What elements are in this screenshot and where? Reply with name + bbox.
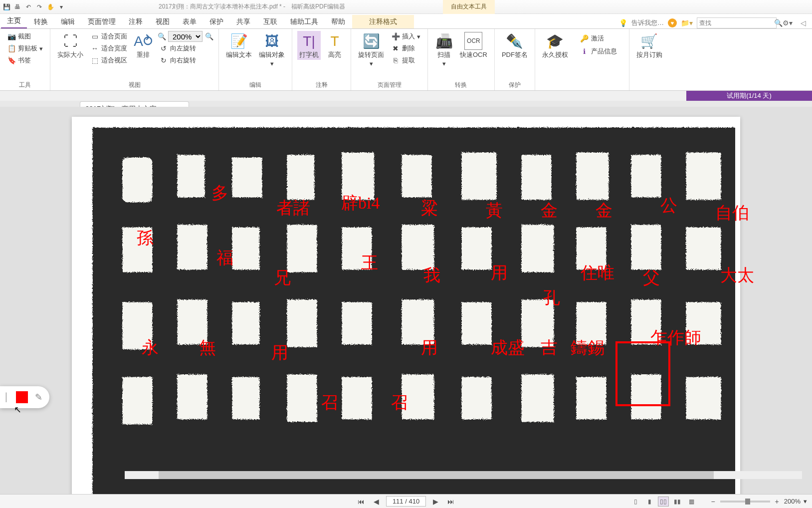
- color-swatch-red[interactable]: [16, 391, 28, 403]
- annotation-text[interactable]: 王: [361, 252, 378, 274]
- pdf-sign-button[interactable]: ✒️PDF签名: [500, 31, 530, 60]
- horizontal-scrollbar[interactable]: [125, 471, 802, 479]
- fit-visible-button[interactable]: ⬚适合视区: [88, 55, 129, 66]
- zoom-out-button[interactable]: −: [709, 498, 717, 506]
- annotation-text[interactable]: 者諸: [276, 197, 310, 220]
- gear-icon[interactable]: ⚙▾: [781, 19, 795, 27]
- annotation-text[interactable]: 黃: [486, 199, 503, 222]
- annotation-text[interactable]: 用: [491, 261, 508, 284]
- annotation-text[interactable]: 公: [660, 194, 677, 217]
- nav-prev-icon[interactable]: ◁: [799, 19, 808, 27]
- redo-icon[interactable]: ↷: [35, 2, 44, 11]
- tab-home[interactable]: 主页: [1, 14, 27, 28]
- view-cont-facing-icon[interactable]: ▮▮: [672, 497, 683, 507]
- product-info-button[interactable]: ℹ产品信息: [578, 46, 619, 57]
- annotation-text[interactable]: 金: [541, 199, 558, 222]
- annotation-text[interactable]: 孔: [543, 286, 560, 309]
- annotation-text[interactable]: 辟bi4: [341, 192, 380, 215]
- monthly-button[interactable]: 🛒按月订购: [634, 31, 664, 60]
- prev-page-icon[interactable]: ◀: [372, 498, 381, 506]
- snapshot-button[interactable]: 📷截图: [5, 31, 45, 42]
- tab-form[interactable]: 表单: [177, 15, 203, 28]
- rotate-right-button[interactable]: ↻向右旋转: [157, 55, 213, 66]
- annotation-text[interactable]: 粱: [421, 197, 438, 220]
- tab-view[interactable]: 视图: [150, 15, 176, 28]
- search-box[interactable]: 🔍: [697, 17, 777, 28]
- annotation-text[interactable]: 用: [271, 341, 288, 364]
- tab-comment[interactable]: 注释: [123, 15, 149, 28]
- annotation-text[interactable]: 鑄錫: [571, 336, 605, 359]
- tab-page[interactable]: 页面管理: [82, 15, 122, 28]
- edit-text-button[interactable]: 📝编辑文本: [224, 31, 254, 60]
- annotation-text[interactable]: 孫: [137, 227, 154, 250]
- tab-convert[interactable]: 转换: [28, 15, 54, 28]
- annotation-text[interactable]: 自伯: [715, 202, 749, 225]
- annotation-text[interactable]: 召: [391, 391, 408, 414]
- zoom-in-icon[interactable]: 🔍: [204, 32, 213, 41]
- annotation-text[interactable]: 我: [423, 264, 440, 287]
- insert-button[interactable]: ➕插入▾: [389, 31, 422, 42]
- fit-page-button[interactable]: ▭适合页面: [88, 31, 129, 42]
- annotation-text[interactable]: 用: [421, 336, 438, 359]
- rotate-page-button[interactable]: 🔄旋转页面▾: [356, 31, 386, 69]
- page-input[interactable]: 111 / 410: [386, 496, 426, 507]
- extract-button[interactable]: ⎘提取: [389, 55, 422, 66]
- typewriter-button[interactable]: T|打字机: [297, 31, 321, 60]
- reflow-button[interactable]: A⥁重排: [132, 31, 154, 60]
- annotation-text[interactable]: 乍作師: [650, 326, 701, 349]
- fit-width-button[interactable]: ↔适合宽度: [88, 43, 129, 54]
- tab-share[interactable]: 共享: [230, 15, 256, 28]
- zoom-slider[interactable]: [720, 501, 770, 503]
- annotation-text[interactable]: 永: [142, 336, 159, 359]
- view-continuous-icon[interactable]: ▮: [644, 497, 655, 507]
- print-icon[interactable]: 🖶: [13, 2, 22, 11]
- tab-help[interactable]: 帮助: [325, 15, 351, 28]
- last-page-icon[interactable]: ⏭: [445, 498, 456, 506]
- pencil-icon[interactable]: ✎: [35, 392, 42, 403]
- annotation-text[interactable]: 住唯: [581, 261, 614, 284]
- highlight-button[interactable]: T高亮: [324, 31, 346, 60]
- tab-aux[interactable]: 辅助工具: [284, 15, 324, 28]
- view-facing-icon[interactable]: ▯▯: [658, 497, 669, 507]
- qat-dropdown-icon[interactable]: ▾: [57, 2, 66, 11]
- bookmark-button[interactable]: 🔖书签: [5, 55, 45, 66]
- rotate-left-button[interactable]: ↺向左旋转: [157, 43, 213, 54]
- activate-button[interactable]: 🔑激活: [578, 33, 619, 44]
- undo-icon[interactable]: ↶: [24, 2, 33, 11]
- annotation-text[interactable]: 吉: [541, 336, 558, 359]
- annotation-text[interactable]: 成盛: [491, 336, 525, 359]
- scrollbar-thumb[interactable]: [159, 471, 714, 479]
- annotation-text[interactable]: 大太: [720, 264, 754, 287]
- annotation-text[interactable]: 福: [216, 247, 233, 269]
- tell-me[interactable]: 告诉我您…: [631, 18, 664, 27]
- zoom-in-button[interactable]: +: [773, 498, 781, 506]
- scan-button[interactable]: 📠扫描▾: [433, 31, 455, 69]
- tab-comment-format[interactable]: 注释格式: [352, 15, 414, 28]
- color-tool-popup[interactable]: │ ✎: [0, 386, 49, 408]
- perm-auth-button[interactable]: 🎓永久授权: [540, 31, 570, 60]
- annotation-text[interactable]: 兄: [274, 266, 291, 289]
- red-selection-box[interactable]: [615, 341, 670, 406]
- zoom-select[interactable]: 200%: [168, 31, 203, 42]
- delete-button[interactable]: ✖删除: [389, 43, 422, 54]
- save-icon[interactable]: 💾: [2, 2, 11, 11]
- view-thumb-icon[interactable]: ▦: [686, 497, 697, 507]
- clipboard-button[interactable]: 📋剪贴板▾: [5, 43, 45, 54]
- annotation-text[interactable]: 召: [321, 391, 338, 414]
- trial-bar[interactable]: 试用期(1/14 天): [686, 91, 812, 101]
- search-input[interactable]: [699, 19, 774, 26]
- annotation-text[interactable]: 父: [643, 266, 660, 289]
- tab-protect[interactable]: 保护: [203, 15, 229, 28]
- zoom-value[interactable]: 200%: [784, 498, 801, 505]
- annotation-text[interactable]: 金: [596, 199, 612, 222]
- slider-thumb[interactable]: [745, 499, 750, 505]
- zoom-out-icon[interactable]: 🔍: [157, 32, 166, 41]
- next-page-icon[interactable]: ▶: [431, 498, 440, 506]
- tab-connect[interactable]: 互联: [257, 15, 283, 28]
- zoom-dropdown-icon[interactable]: ▾: [804, 498, 807, 505]
- heart-icon[interactable]: ♥: [668, 18, 677, 27]
- view-single-icon[interactable]: ▯: [630, 497, 641, 507]
- annotation-text[interactable]: 多: [211, 182, 228, 205]
- annotation-text[interactable]: 無: [199, 336, 216, 359]
- actual-size-button[interactable]: ⛶实际大小: [55, 31, 85, 60]
